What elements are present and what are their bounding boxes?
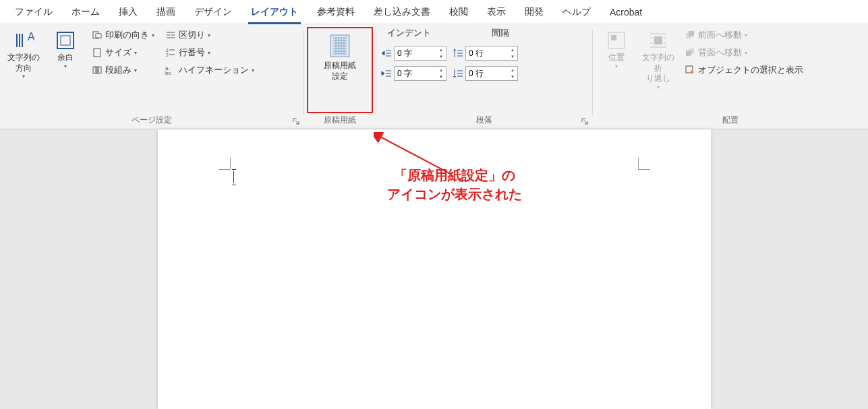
svg-rect-17 <box>686 51 691 56</box>
tab-references[interactable]: 参考資料 <box>308 0 364 24</box>
group-label-paragraph: 段落 <box>380 113 588 129</box>
spinner-down[interactable]: ▼ <box>436 73 446 80</box>
spinner-up[interactable]: ▲ <box>508 67 517 73</box>
chevron-down-icon: ▾ <box>152 32 154 38</box>
indent-right-icon <box>380 68 393 79</box>
tab-developer[interactable]: 開発 <box>515 0 553 24</box>
group-label-manuscript: 原稿用紙 <box>308 113 372 129</box>
tab-acrobat[interactable]: Acrobat <box>600 0 652 24</box>
text-cursor-icon <box>233 171 235 183</box>
svg-rect-5 <box>94 49 100 57</box>
columns-icon <box>92 65 103 75</box>
tab-home[interactable]: ホーム <box>62 0 109 24</box>
breaks-icon <box>165 30 176 40</box>
size-button[interactable]: サイズ▾ <box>88 44 158 61</box>
ribbon-tabs: ファイル ホーム 挿入 描画 デザイン レイアウト 参考資料 差し込み文書 校閲… <box>0 0 868 24</box>
tab-file[interactable]: ファイル <box>5 0 62 24</box>
margin-corner-icon <box>638 158 650 170</box>
spacing-after-icon <box>452 68 464 79</box>
chevron-down-icon: ▾ <box>22 73 25 80</box>
tab-layout[interactable]: レイアウト <box>241 0 308 24</box>
document-page[interactable]: 「原稿用紙設定」の アイコンが表示された <box>158 129 711 409</box>
chevron-down-icon: ▾ <box>134 50 137 56</box>
margins-label: 余白 <box>57 53 74 63</box>
spinner-up[interactable]: ▲ <box>436 67 446 73</box>
size-icon <box>92 47 103 58</box>
hyphenation-button[interactable]: a-bcハイフネーション▾ <box>161 62 258 78</box>
bring-forward-icon <box>685 30 695 40</box>
svg-rect-13 <box>654 36 662 44</box>
svg-rect-2 <box>61 36 70 45</box>
svg-rect-4 <box>96 34 101 38</box>
hyphenation-icon: a-bc <box>165 65 176 75</box>
orientation-icon <box>92 30 103 40</box>
svg-text:2: 2 <box>166 53 169 57</box>
send-backward-button: 背面へ移動▾ <box>681 44 807 61</box>
group-page-setup: A 文字列の 方向 ▾ 余白 ▾ 印刷の向き▾ サイズ▾ 段組み▾ 区切り▾ 1… <box>0 24 303 129</box>
orientation-button[interactable]: 印刷の向き▾ <box>88 27 158 43</box>
spacing-before-icon <box>452 48 464 59</box>
margins-icon <box>55 30 76 51</box>
tab-help[interactable]: ヘルプ <box>553 0 600 24</box>
ribbon: A 文字列の 方向 ▾ 余白 ▾ 印刷の向き▾ サイズ▾ 段組み▾ 区切り▾ 1… <box>0 24 868 129</box>
svg-rect-15 <box>689 31 694 36</box>
manuscript-settings-button[interactable]: 原稿用紙設定 <box>310 30 370 84</box>
line-numbers-icon: 12 <box>165 47 176 58</box>
group-label-page-setup: ページ設定 <box>4 113 299 129</box>
tab-insert[interactable]: 挿入 <box>109 0 147 24</box>
spacing-after-control[interactable]: 0 行▲▼ <box>452 66 518 81</box>
manuscript-icon <box>326 32 353 59</box>
svg-text:bc: bc <box>165 70 171 75</box>
indent-right-control[interactable]: 0 字▲▼ <box>380 66 446 81</box>
spinner-down[interactable]: ▼ <box>508 73 517 80</box>
page-setup-launcher[interactable] <box>291 117 301 126</box>
position-button: 位置 ▾ <box>597 27 636 113</box>
send-backward-icon <box>685 47 695 58</box>
spacing-heading: 間隔 <box>492 27 509 39</box>
chevron-down-icon: ▾ <box>252 67 254 73</box>
position-icon <box>606 30 627 51</box>
columns-button[interactable]: 段組み▾ <box>88 62 158 78</box>
chevron-down-icon: ▾ <box>208 32 210 38</box>
chevron-down-icon: ▾ <box>657 84 660 90</box>
annotation-highlight-box: 原稿用紙設定 <box>307 27 373 113</box>
tab-view[interactable]: 表示 <box>478 0 515 24</box>
document-area: 「原稿用紙設定」の アイコンが表示された <box>0 129 868 409</box>
indent-left-icon <box>380 48 393 59</box>
bring-forward-button: 前面へ移動▾ <box>681 27 807 43</box>
svg-text:1: 1 <box>166 48 169 53</box>
chevron-down-icon: ▾ <box>208 50 210 56</box>
spinner-down[interactable]: ▼ <box>436 53 446 60</box>
text-direction-label: 文字列の 方向 <box>7 53 40 73</box>
tab-mailings[interactable]: 差し込み文書 <box>364 0 440 24</box>
svg-text:A: A <box>28 31 34 42</box>
tab-review[interactable]: 校閲 <box>440 0 478 24</box>
chevron-down-icon: ▾ <box>134 67 137 73</box>
spinner-up[interactable]: ▲ <box>508 46 517 53</box>
group-paragraph: インデント 間隔 0 字▲▼ 0 行▲▼ 0 字▲▼ <box>376 24 592 129</box>
text-direction-icon: A <box>13 30 34 51</box>
indent-left-control[interactable]: 0 字▲▼ <box>380 46 446 61</box>
group-label-arrange: 配置 <box>597 113 864 129</box>
chevron-down-icon: ▾ <box>64 63 67 69</box>
paragraph-launcher[interactable] <box>580 117 589 126</box>
tab-design[interactable]: デザイン <box>185 0 241 24</box>
spinner-down[interactable]: ▼ <box>508 53 517 60</box>
wrap-text-button: 文字列の折 り返し ▾ <box>639 27 678 113</box>
selection-pane-icon <box>685 65 695 75</box>
line-numbers-button[interactable]: 12行番号▾ <box>161 44 258 61</box>
selection-pane-button[interactable]: オブジェクトの選択と表示 <box>681 62 807 78</box>
spinner-up[interactable]: ▲ <box>436 46 446 53</box>
chevron-down-icon: ▾ <box>745 50 747 56</box>
wrap-text-icon <box>647 30 669 51</box>
breaks-button[interactable]: 区切り▾ <box>161 27 258 43</box>
tab-draw[interactable]: 描画 <box>147 0 185 24</box>
svg-rect-1 <box>57 32 74 49</box>
chevron-down-icon: ▾ <box>745 32 747 38</box>
group-manuscript: 原稿用紙設定 原稿用紙 <box>304 24 376 129</box>
margin-corner-icon <box>219 158 231 170</box>
spacing-before-control[interactable]: 0 行▲▼ <box>452 46 518 61</box>
text-direction-button[interactable]: A 文字列の 方向 ▾ <box>4 27 43 113</box>
annotation-text: 「原稿用紙設定」の アイコンが表示された <box>387 166 522 203</box>
margins-button[interactable]: 余白 ▾ <box>46 27 85 113</box>
